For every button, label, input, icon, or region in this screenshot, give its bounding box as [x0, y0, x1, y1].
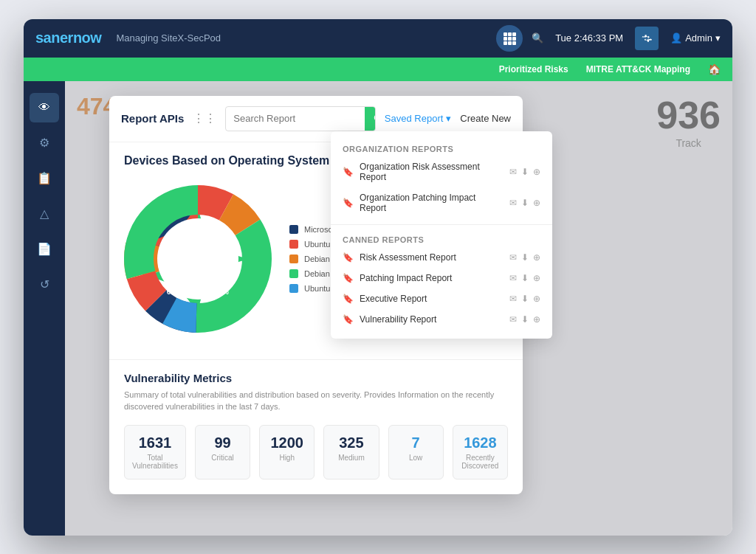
metrics-cards: 1631 Total Vulnerabilities 99 Critical 1… — [124, 425, 508, 479]
panel-title: Report APIs — [121, 112, 184, 125]
dropdown-item-org-0[interactable]: 🔖 Organization Risk Assessment Report ✉ … — [331, 156, 552, 187]
canned-report-2-actions: ✉ ⬇ ⊕ — [509, 294, 540, 304]
nav-prioritized-risks[interactable]: Prioritized Risks — [499, 64, 568, 75]
search-input[interactable] — [226, 108, 365, 128]
logo-accent: now — [73, 30, 102, 46]
settings-action-icon-1[interactable]: ⊕ — [533, 198, 540, 208]
svg-rect-5 — [512, 37, 516, 41]
download-action-icon[interactable]: ⬇ — [521, 167, 529, 177]
search-bar — [225, 106, 376, 131]
svg-rect-0 — [504, 32, 507, 36]
dropdown-item-canned-0[interactable]: 🔖 Risk Assessment Report ✉ ⬇ ⊕ — [331, 247, 552, 268]
email-action-canned-3[interactable]: ✉ — [509, 314, 517, 325]
sidebar: 👁 ⚙ 📋 △ 📄 ↺ — [24, 81, 65, 536]
metric-num-3: 325 — [331, 434, 371, 451]
topbar: sanernow Managing SiteX-SecPod 🔍 Tue 2:4… — [24, 19, 732, 58]
canned-file-icon-0: 🔖 — [343, 252, 354, 263]
svg-rect-2 — [512, 32, 516, 36]
org-reports-section-title: Organization Reports — [331, 140, 552, 156]
metric-num-0: 1631 — [132, 434, 178, 451]
download-action-canned-3[interactable]: ⬇ — [521, 314, 529, 325]
svg-rect-1 — [508, 32, 512, 36]
canned-reports-section-title: Canned Reports — [331, 231, 552, 247]
settings-action-icon[interactable]: ⊕ — [533, 167, 540, 177]
sidebar-item-refresh[interactable]: ↺ — [30, 270, 59, 299]
svg-rect-7 — [508, 41, 512, 45]
sidebar-item-eye[interactable]: 👁 — [30, 93, 59, 122]
sidebar-item-report[interactable]: 📄 — [30, 235, 59, 264]
chart-title: Devices Based on Operating System — [124, 154, 329, 167]
topbar-right: 🔍 Tue 2:46:33 PM 👤 Admin ▾ — [532, 27, 721, 50]
donut-chart: 25% 16% 16% 68.6% 15% — [124, 185, 272, 333]
metric-label-0: Total Vulnerabilities — [132, 454, 178, 470]
admin-label: Admin — [685, 32, 712, 44]
svg-text:15%: 15% — [214, 288, 229, 296]
canned-file-icon-3: 🔖 — [343, 314, 354, 325]
main-content: 👁 ⚙ 📋 △ 📄 ↺ 474 4254 2693 — [24, 81, 732, 536]
search-icon[interactable]: 🔍 — [532, 32, 543, 44]
canned-file-icon-1: 🔖 — [343, 273, 354, 283]
dropdown-item-canned-3[interactable]: 🔖 Vulnerability Report ✉ ⬇ ⊕ — [331, 309, 552, 330]
metric-card-1: 99 Critical — [195, 425, 250, 479]
org-report-0-actions: ✉ ⬇ ⊕ — [509, 167, 540, 177]
metric-num-4: 7 — [396, 434, 436, 451]
legend-color-2 — [289, 255, 298, 263]
dots-icon[interactable]: ⋮⋮ — [193, 111, 216, 125]
metric-num-5: 1628 — [461, 434, 500, 451]
sidebar-item-list[interactable]: 📋 — [30, 164, 59, 193]
report-file-icon-1: 🔖 — [343, 198, 354, 208]
saved-report-dropdown: Organization Reports 🔖 Organization Risk… — [331, 131, 552, 339]
svg-rect-8 — [512, 41, 516, 45]
metric-card-0: 1631 Total Vulnerabilities — [124, 425, 186, 479]
sidebar-item-settings[interactable]: ⚙ — [30, 128, 59, 158]
bg-dashboard: 474 4254 2693 936 Track Report A — [65, 81, 732, 536]
settings-action-canned-2[interactable]: ⊕ — [533, 294, 540, 304]
nav-mitre[interactable]: MITRE ATT&CK Mapping — [586, 64, 690, 75]
grid-icon[interactable] — [496, 25, 523, 52]
svg-text:25%: 25% — [213, 236, 227, 244]
site-name: Managing SiteX-SecPod — [116, 32, 221, 44]
home-icon[interactable]: 🏠 — [708, 63, 721, 75]
download-action-icon-1[interactable]: ⬇ — [521, 198, 529, 208]
dropdown-item-canned-1[interactable]: 🔖 Patching Impact Report ✉ ⬇ ⊕ — [331, 268, 552, 288]
svg-text:16%: 16% — [205, 219, 220, 227]
legend-color-4 — [289, 284, 298, 293]
report-panel: Report APIs ⋮⋮ Saved Report ▾ Create New — [109, 96, 523, 494]
settings-action-canned-0[interactable]: ⊕ — [533, 252, 540, 263]
email-action-canned-0[interactable]: ✉ — [509, 252, 517, 263]
saved-report-btn[interactable]: Saved Report ▾ — [385, 113, 452, 124]
dropdown-item-org-1[interactable]: 🔖 Organization Patching Impact Report ✉ … — [331, 187, 552, 218]
metric-label-4: Low — [396, 454, 436, 462]
org-report-0: Organization Risk Assessment Report — [360, 162, 504, 182]
report-file-icon-0: 🔖 — [343, 167, 354, 177]
metric-card-5: 1628 Recently Discovered — [453, 425, 508, 479]
metrics-title: Vulnerability Metrics — [124, 372, 508, 384]
email-action-icon-1[interactable]: ✉ — [509, 198, 517, 208]
sidebar-item-alert[interactable]: △ — [30, 199, 59, 229]
create-new-btn[interactable]: Create New — [460, 113, 511, 124]
canned-report-1-actions: ✉ ⬇ ⊕ — [509, 273, 540, 283]
admin-menu[interactable]: 👤 Admin ▾ — [670, 32, 721, 44]
metric-num-1: 99 — [203, 434, 242, 451]
settings-action-canned-1[interactable]: ⊕ — [533, 273, 540, 283]
download-action-canned-0[interactable]: ⬇ — [521, 252, 529, 263]
settings-action-canned-3[interactable]: ⊕ — [533, 314, 540, 325]
create-new-label: Create New — [460, 113, 511, 124]
metrics-desc: Summary of total vulnerabilities and dis… — [124, 389, 508, 413]
svg-text:68.6%: 68.6% — [167, 288, 188, 296]
svg-text:16%: 16% — [222, 257, 237, 265]
email-action-canned-1[interactable]: ✉ — [509, 273, 517, 283]
search-button[interactable] — [365, 107, 376, 131]
email-action-icon[interactable]: ✉ — [509, 167, 517, 177]
email-action-canned-2[interactable]: ✉ — [509, 294, 517, 304]
user-icon: 👤 — [670, 32, 682, 44]
download-action-canned-1[interactable]: ⬇ — [521, 273, 529, 283]
canned-report-0-actions: ✉ ⬇ ⊕ — [509, 252, 540, 263]
svg-point-9 — [375, 114, 376, 120]
dropdown-item-canned-2[interactable]: 🔖 Executive Report ✉ ⬇ ⊕ — [331, 288, 552, 309]
download-action-canned-2[interactable]: ⬇ — [521, 294, 529, 304]
metric-num-2: 1200 — [267, 434, 306, 451]
settings-gear-icon[interactable] — [635, 27, 659, 50]
metrics-section: Vulnerability Metrics Summary of total v… — [109, 359, 523, 494]
saved-report-chevron: ▾ — [446, 113, 451, 124]
